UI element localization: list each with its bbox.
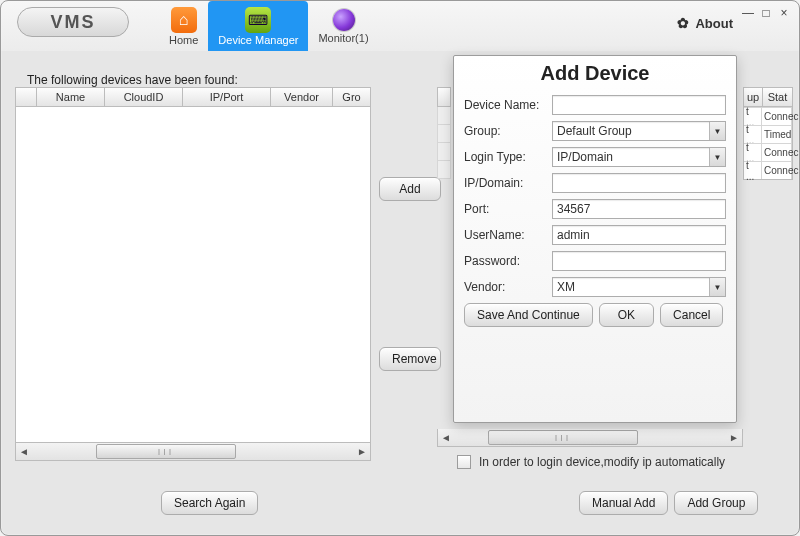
device-list-tail: up Stat t ...Connec t ...Timed t ...Conn… bbox=[743, 87, 793, 180]
col-cloudid[interactable]: CloudID bbox=[105, 87, 183, 107]
login-type-label: Login Type: bbox=[464, 150, 552, 164]
device-name-input[interactable] bbox=[552, 95, 726, 115]
ok-button[interactable]: OK bbox=[599, 303, 654, 327]
cell: Connec bbox=[762, 161, 792, 179]
manual-add-button[interactable]: Manual Add bbox=[579, 491, 668, 515]
found-devices-caption: The following devices have been found: bbox=[27, 73, 238, 87]
scroll-thumb[interactable]: III bbox=[96, 444, 236, 459]
cell: Connec bbox=[762, 107, 792, 125]
password-input[interactable] bbox=[552, 251, 726, 271]
auto-ip-checkbox[interactable] bbox=[457, 455, 471, 469]
port-label: Port: bbox=[464, 202, 552, 216]
scroll-right-icon[interactable]: ► bbox=[354, 444, 370, 460]
tab-label: Home bbox=[169, 34, 198, 46]
col-check[interactable] bbox=[15, 87, 37, 107]
save-and-continue-button[interactable]: Save And Continue bbox=[464, 303, 593, 327]
close-button[interactable]: × bbox=[775, 5, 793, 21]
scroll-right-icon[interactable]: ► bbox=[726, 430, 742, 446]
cell: t ... bbox=[744, 107, 762, 125]
found-devices-table: Name CloudID IP/Port Vendor Gro ◄ III ► bbox=[15, 87, 371, 461]
right-table-stub bbox=[437, 87, 451, 179]
auto-ip-label: In order to login device,modify ip autom… bbox=[479, 455, 725, 469]
login-type-select[interactable]: ▼ bbox=[552, 147, 726, 167]
cell: t ... bbox=[744, 143, 762, 161]
found-devices-hscroll[interactable]: ◄ III ► bbox=[15, 443, 371, 461]
ip-domain-label: IP/Domain: bbox=[464, 176, 552, 190]
home-icon: ⌂ bbox=[171, 7, 197, 33]
password-label: Password: bbox=[464, 254, 552, 268]
tab-home[interactable]: ⌂ Home bbox=[159, 1, 208, 51]
cell: Timed bbox=[762, 125, 792, 143]
app-window: VMS ⌂ Home ⌨ Device Manager Monitor(1) ✿… bbox=[0, 0, 800, 536]
device-list-tail-rows: t ...Connec t ...Timed t ...Connec t ...… bbox=[743, 107, 793, 180]
col-group[interactable]: Gro bbox=[333, 87, 371, 107]
title-bar: VMS ⌂ Home ⌨ Device Manager Monitor(1) ✿… bbox=[1, 1, 799, 51]
username-label: UserName: bbox=[464, 228, 552, 242]
add-group-button[interactable]: Add Group bbox=[674, 491, 758, 515]
nav-tabs: ⌂ Home ⌨ Device Manager Monitor(1) bbox=[159, 1, 379, 51]
cell: Connec bbox=[762, 143, 792, 161]
chevron-down-icon[interactable]: ▼ bbox=[709, 278, 725, 296]
add-device-dialog: Add Device Device Name: Group: ▼ Login T… bbox=[453, 55, 737, 423]
auto-ip-row[interactable]: In order to login device,modify ip autom… bbox=[457, 455, 725, 469]
device-list-hscroll[interactable]: ◄ III ► bbox=[437, 429, 743, 447]
search-again-button[interactable]: Search Again bbox=[161, 491, 258, 515]
group-label: Group: bbox=[464, 124, 552, 138]
vendor-value[interactable] bbox=[552, 277, 726, 297]
tab-label: Device Manager bbox=[218, 34, 298, 46]
minimize-button[interactable]: — bbox=[739, 5, 757, 21]
login-type-value[interactable] bbox=[552, 147, 726, 167]
about-icon: ✿ bbox=[677, 15, 689, 31]
about-label: About bbox=[695, 16, 733, 31]
col-name[interactable]: Name bbox=[37, 87, 105, 107]
vendor-label: Vendor: bbox=[464, 280, 552, 294]
monitor-icon bbox=[333, 9, 355, 31]
port-input[interactable] bbox=[552, 199, 726, 219]
cell: t ... bbox=[744, 161, 762, 179]
bottom-right-buttons: Manual Add Add Group bbox=[579, 491, 758, 515]
tab-monitor[interactable]: Monitor(1) bbox=[308, 1, 378, 51]
scroll-thumb[interactable]: III bbox=[488, 430, 638, 445]
add-button[interactable]: Add bbox=[379, 177, 441, 201]
device-manager-icon: ⌨ bbox=[245, 7, 271, 33]
col-group-tail[interactable]: up bbox=[743, 87, 763, 107]
dialog-title: Add Device bbox=[464, 62, 726, 85]
ip-domain-input[interactable] bbox=[552, 173, 726, 193]
username-input[interactable] bbox=[552, 225, 726, 245]
remove-button[interactable]: Remove bbox=[379, 347, 441, 371]
chevron-down-icon[interactable]: ▼ bbox=[709, 122, 725, 140]
col-ipport[interactable]: IP/Port bbox=[183, 87, 271, 107]
app-logo: VMS bbox=[17, 7, 129, 37]
window-controls: — □ × bbox=[739, 5, 793, 21]
found-devices-header: Name CloudID IP/Port Vendor Gro bbox=[15, 87, 371, 107]
scroll-left-icon[interactable]: ◄ bbox=[438, 430, 454, 446]
col-vendor[interactable]: Vendor bbox=[271, 87, 333, 107]
about-button[interactable]: ✿ About bbox=[677, 15, 733, 31]
group-select-value[interactable] bbox=[552, 121, 726, 141]
device-name-label: Device Name: bbox=[464, 98, 552, 112]
found-devices-body[interactable] bbox=[15, 107, 371, 443]
scroll-left-icon[interactable]: ◄ bbox=[16, 444, 32, 460]
col-status-tail[interactable]: Stat bbox=[763, 87, 793, 107]
cell: t ... bbox=[744, 125, 762, 143]
transfer-buttons: Add Remove bbox=[379, 177, 441, 371]
group-select[interactable]: ▼ bbox=[552, 121, 726, 141]
tab-device-manager[interactable]: ⌨ Device Manager bbox=[208, 1, 308, 51]
cancel-button[interactable]: Cancel bbox=[660, 303, 723, 327]
chevron-down-icon[interactable]: ▼ bbox=[709, 148, 725, 166]
tab-label: Monitor(1) bbox=[318, 32, 368, 44]
maximize-button[interactable]: □ bbox=[757, 5, 775, 21]
vendor-select[interactable]: ▼ bbox=[552, 277, 726, 297]
